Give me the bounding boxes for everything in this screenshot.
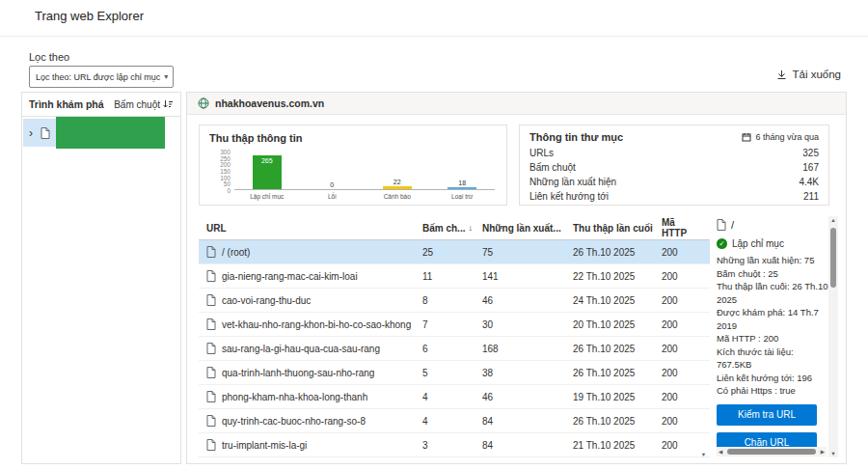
detail-field: Những lần xuất hiện: 75 <box>717 254 828 267</box>
url-cell: sau-rang-la-gi-hau-qua-cua-sau-rang <box>199 343 422 354</box>
url-text: quy-trinh-cac-buoc-nho-rang-so-8 <box>222 416 366 427</box>
explorer-sort-label: Bấm chuột <box>114 99 160 110</box>
crawl-info-card: Thu thập thông tin 300 250 200 150 100 5… <box>199 124 507 206</box>
sort-descending-icon: ↓ <box>468 223 473 233</box>
check-circle-icon: ✓ <box>717 238 727 249</box>
url-table: URL Bấm ch... ↓ Những lần xuất... Thu th… <box>199 216 710 457</box>
scroll-up-icon[interactable]: ▲ <box>828 217 838 223</box>
download-label: Tải xuống <box>792 69 841 80</box>
download-button[interactable]: Tải xuống <box>776 69 841 80</box>
check-url-button[interactable]: Kiểm tra URL <box>717 404 817 426</box>
calendar-icon <box>742 132 751 142</box>
chart-plot-area: 265 0 22 18 <box>234 152 495 190</box>
chart-bar-group-indexed: 265 <box>234 152 300 189</box>
column-header-impressions[interactable]: Những lần xuất... <box>482 223 573 234</box>
scroll-left-icon[interactable]: ◀ <box>719 447 722 456</box>
page-title: Trang web Explorer <box>35 9 144 23</box>
column-header-clicks[interactable]: Bấm ch... ↓ <box>422 223 482 234</box>
clicks-cell: 25 <box>422 247 482 258</box>
document-icon <box>717 219 726 231</box>
table-row[interactable]: / (root) 25 75 26 Th.10 2025 200 <box>199 240 710 264</box>
table-row[interactable]: vet-khau-nho-rang-khon-bi-ho-co-sao-khon… <box>199 313 710 337</box>
url-details-panel: / ✓ Lập chỉ mục Những lần xuất hiện: 75 … <box>717 219 828 454</box>
chart-bar-group-excluded: 18 <box>430 152 496 189</box>
column-header-url[interactable]: URL <box>199 223 422 234</box>
last-crawl-cell: 24 Th.10 2025 <box>573 295 662 306</box>
url-cell: quy-trinh-cac-buoc-nho-rang-so-8 <box>199 415 422 427</box>
column-header-http-code[interactable]: Mã HTTP <box>662 217 700 238</box>
table-scrollbar[interactable]: ▼ <box>699 216 708 457</box>
url-cell: vet-khau-nho-rang-khon-bi-ho-co-sao-khon… <box>199 318 422 330</box>
impressions-cell: 75 <box>482 247 573 258</box>
scroll-down-icon[interactable]: ▼ <box>699 452 708 457</box>
table-row[interactable]: tru-implant-mis-la-gi 3 84 21 Th.10 2025… <box>199 433 710 457</box>
table-row[interactable]: sau-rang-la-gi-hau-qua-cua-sau-rang 6 16… <box>199 337 710 361</box>
clicks-cell: 4 <box>422 392 482 402</box>
table-row[interactable]: phong-kham-nha-khoa-long-thanh 4 46 19 T… <box>199 385 710 409</box>
index-status: ✓ Lập chỉ mục <box>717 238 828 249</box>
clicks-cell: 6 <box>422 344 482 354</box>
http-code-cell: 200 <box>662 344 700 354</box>
period-selector[interactable]: 6 tháng vừa qua <box>742 132 819 142</box>
url-cell: / (root) <box>199 246 422 258</box>
horizontal-scrollbar-thumb[interactable] <box>727 449 816 455</box>
column-header-clicks-label: Bấm ch... <box>422 223 465 234</box>
url-cell: qua-trinh-lanh-thuong-sau-nho-rang <box>199 367 422 378</box>
x-axis-label: Lập chỉ mục <box>234 193 300 200</box>
detail-field: Bấm chuột : 25 <box>717 267 828 281</box>
site-explorer-page: Trang web Explorer Lọc theo Lọc theo: UR… <box>0 0 868 470</box>
vertical-scrollbar[interactable]: ▲ ▼ <box>828 216 838 457</box>
http-code-cell: 200 <box>662 392 700 402</box>
clicks-cell: 8 <box>422 295 482 306</box>
filter-dropdown-value: Lọc theo: URL được lập chỉ mục <box>36 72 160 82</box>
url-text: gia-nieng-rang-mac-cai-kim-loai <box>222 271 358 282</box>
column-header-last-crawl[interactable]: Thu thập lần cuối <box>573 223 662 234</box>
chevron-right-icon: › <box>29 126 33 140</box>
table-row[interactable]: cao-voi-rang-thu-duc 8 46 24 Th.10 2025 … <box>199 289 710 313</box>
explorer-sort-button[interactable]: Bấm chuột <box>114 99 174 110</box>
y-axis-tick: 300 <box>209 149 231 155</box>
table-row[interactable]: gia-nieng-rang-mac-cai-kim-loai 11 141 2… <box>199 264 710 289</box>
url-path-text: / <box>731 219 734 231</box>
url-cell: cao-voi-rang-thu-duc <box>199 294 422 306</box>
scroll-right-icon[interactable]: ▶ <box>821 447 825 456</box>
url-text: sau-rang-la-gi-hau-qua-cua-sau-rang <box>222 344 380 354</box>
stat-value: 211 <box>803 189 819 204</box>
download-icon <box>776 69 787 80</box>
impressions-cell: 84 <box>482 416 573 427</box>
table-row[interactable]: qua-trinh-lanh-thuong-sau-nho-rang 5 38 … <box>199 361 710 385</box>
url-path-link[interactable]: / <box>717 219 828 231</box>
url-text: phong-kham-nha-khoa-long-thanh <box>222 392 367 402</box>
table-row[interactable]: quy-trinh-cac-buoc-nho-rang-so-8 4 84 26… <box>199 409 710 433</box>
clicks-cell: 7 <box>422 319 482 330</box>
detail-fields: Những lần xuất hiện: 75 Bấm chuột : 25 T… <box>717 254 828 398</box>
crawl-card-title: Thu thập thông tin <box>209 132 303 144</box>
stat-row: URLs 325 <box>520 146 828 160</box>
document-icon <box>206 367 216 378</box>
last-crawl-cell: 19 Th.10 2025 <box>573 392 662 402</box>
horizontal-scrollbar[interactable]: ◀ ▶ <box>717 447 827 456</box>
stat-row: Liên kết hướng tới 211 <box>520 189 828 204</box>
http-code-cell: 200 <box>662 271 700 282</box>
detail-field: Mã HTTP : 200 <box>717 332 828 346</box>
chevron-down-icon: ▾ <box>164 72 168 81</box>
stat-row: Bấm chuột 167 <box>520 160 828 175</box>
vertical-scrollbar-thumb[interactable] <box>830 228 836 288</box>
directory-card-title: Thông tin thư mục <box>529 131 623 143</box>
document-icon <box>206 391 216 402</box>
clicks-cell: 3 <box>422 440 482 451</box>
filter-dropdown[interactable]: Lọc theo: URL được lập chỉ mục ▾ <box>29 66 174 88</box>
impressions-cell: 30 <box>482 319 573 330</box>
impressions-cell: 168 <box>482 344 573 354</box>
last-crawl-cell: 26 Th.10 2025 <box>573 344 662 354</box>
url-text: vet-khau-nho-rang-khon-bi-ho-co-sao-khon… <box>222 319 411 330</box>
impressions-cell: 141 <box>482 271 573 282</box>
period-label: 6 tháng vừa qua <box>755 132 819 142</box>
impressions-cell: 84 <box>482 440 573 451</box>
http-code-cell: 200 <box>662 416 700 427</box>
tree-item-site[interactable]: › <box>23 119 165 147</box>
scroll-down-icon[interactable]: ▼ <box>828 451 838 456</box>
url-text: cao-voi-rang-thu-duc <box>222 295 311 306</box>
table-header-row: URL Bấm ch... ↓ Những lần xuất... Thu th… <box>199 216 710 240</box>
detail-field: Liên kết hướng tới: 196 <box>717 372 828 385</box>
